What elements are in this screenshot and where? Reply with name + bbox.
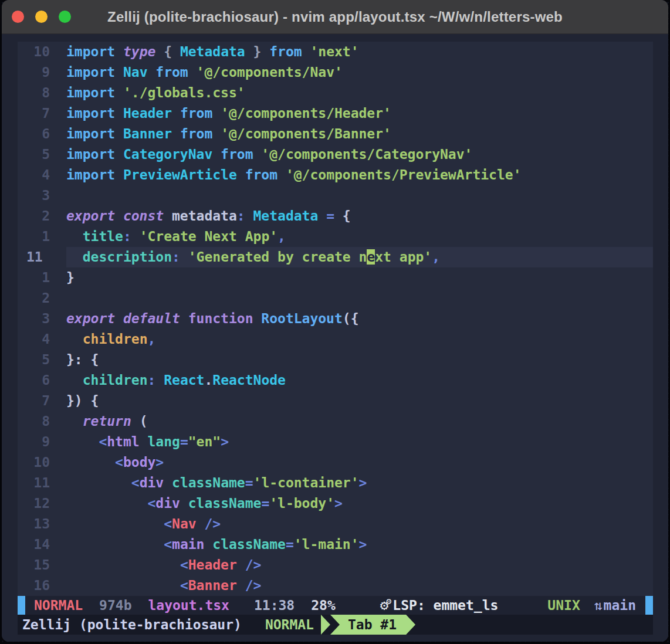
code-line[interactable]: 7import Header from '@/components/Header… xyxy=(18,103,653,124)
code-line[interactable]: 3 xyxy=(18,185,653,206)
code-text: children, xyxy=(66,329,653,350)
gutter-gap xyxy=(50,350,66,370)
zellij-session-name: Zellij (polite-brachiosaur) xyxy=(22,617,242,632)
code-text: <body> xyxy=(66,452,653,473)
code-line[interactable]: 15 <Header /> xyxy=(18,555,653,575)
line-number: 6 xyxy=(18,370,50,391)
code-text: <Header /> xyxy=(66,555,653,575)
file-size: 974b xyxy=(99,598,131,613)
statusline-right-accent-bar xyxy=(645,596,653,615)
terminal-window: Zellij (polite-brachiosaur) - nvim app/l… xyxy=(2,0,668,642)
window-title: Zellij (polite-brachiosaur) - nvim app/l… xyxy=(2,9,668,25)
gutter-gap xyxy=(50,267,66,288)
line-number: 10 xyxy=(18,452,50,473)
code-line[interactable]: 2 xyxy=(18,288,653,309)
line-number: 3 xyxy=(18,185,50,206)
vim-mode-indicator: NORMAL xyxy=(34,598,83,613)
code-line[interactable]: 13 <Nav /> xyxy=(18,514,653,534)
code-text xyxy=(66,288,653,309)
gutter-gap xyxy=(50,452,66,473)
gutter-gap xyxy=(50,555,66,575)
code-text: import Banner from '@/components/Banner' xyxy=(66,124,653,144)
gutter-gap xyxy=(50,329,66,350)
code-line[interactable]: 11 <div className='l-container'> xyxy=(18,473,653,493)
code-text: return ( xyxy=(66,411,653,432)
gutter-gap xyxy=(50,226,66,247)
git-branch-icon: ⇅ xyxy=(594,598,603,613)
code-line[interactable]: 8import './globals.css' xyxy=(18,83,653,103)
code-line[interactable]: 2export const metadata: Metadata = { xyxy=(18,206,653,226)
code-text: import type { Metadata } from 'next' xyxy=(66,42,653,62)
zellij-tab[interactable]: Tab #1 xyxy=(321,615,415,635)
line-number: 13 xyxy=(18,514,50,534)
code-text: <Nav /> xyxy=(66,514,653,534)
gutter-gap xyxy=(50,514,66,534)
code-line[interactable]: 1} xyxy=(18,267,653,288)
zellij-bar: Zellij (polite-brachiosaur) NORMAL Tab #… xyxy=(18,615,653,635)
gutter-gap xyxy=(50,83,66,103)
window-bottom-padding xyxy=(2,635,668,642)
code-line[interactable]: 10import type { Metadata } from 'next' xyxy=(18,42,653,62)
git-branch: ⇅main xyxy=(594,598,636,613)
line-number: 9 xyxy=(18,62,50,83)
terminal-content: 10import type { Metadata } from 'next'9i… xyxy=(2,34,668,635)
gutter-gap xyxy=(50,534,66,555)
gutter-gap xyxy=(50,42,66,62)
code-line[interactable]: 1 title: 'Create Next App', xyxy=(18,226,653,247)
code-line[interactable]: 9 <html lang="en"> xyxy=(18,432,653,452)
gutter-gap xyxy=(50,165,66,185)
code-line[interactable]: 11 description: 'Generated by create nex… xyxy=(18,247,653,267)
line-number: 15 xyxy=(18,555,50,575)
line-number: 3 xyxy=(18,309,50,329)
gutter-gap xyxy=(50,473,66,493)
code-line[interactable]: 16 <Banner /> xyxy=(18,575,653,596)
code-line[interactable]: 5}: { xyxy=(18,350,653,370)
code-line[interactable]: 6import Banner from '@/components/Banner… xyxy=(18,124,653,144)
titlebar[interactable]: Zellij (polite-brachiosaur) - nvim app/l… xyxy=(2,0,668,34)
code-text: import './globals.css' xyxy=(66,83,653,103)
code-line[interactable]: 4import PreviewArticle from '@/component… xyxy=(18,165,653,185)
code-line[interactable]: 5import CategoryNav from '@/components/C… xyxy=(18,144,653,165)
statusline-left-accent-bar xyxy=(18,596,25,615)
code-line[interactable]: 8 return ( xyxy=(18,411,653,432)
zellij-mode-indicator: NORMAL xyxy=(265,617,314,632)
tab-label[interactable]: Tab #1 xyxy=(330,615,415,635)
line-number: 5 xyxy=(18,350,50,370)
gutter-gap xyxy=(50,185,66,206)
gutter-gap xyxy=(50,432,66,452)
gutter-gap xyxy=(50,391,66,411)
code-line[interactable]: 6 children: React.ReactNode xyxy=(18,370,653,391)
line-number: 8 xyxy=(18,411,50,432)
cursor-block: e xyxy=(367,249,375,265)
gutter-gap xyxy=(50,62,66,83)
line-number: 9 xyxy=(18,432,50,452)
gutter-gap xyxy=(50,247,66,267)
code-text: children: React.ReactNode xyxy=(66,370,653,391)
code-text: import Header from '@/components/Header' xyxy=(66,103,653,124)
gutter-gap xyxy=(50,575,66,596)
code-text: <div className='l-body'> xyxy=(66,493,653,514)
line-number: 7 xyxy=(18,391,50,411)
code-text: <main className='l-main'> xyxy=(66,534,653,555)
line-number: 2 xyxy=(18,288,50,309)
code-text: title: 'Create Next App', xyxy=(66,226,653,247)
code-line[interactable]: 9import Nav from '@/components/Nav' xyxy=(18,62,653,83)
statusline-right-group: ⚙⚙ LSP: emmet_ls UNIX ⇅main xyxy=(380,596,653,615)
code-line[interactable]: 10 <body> xyxy=(18,452,653,473)
line-number: 16 xyxy=(18,575,50,596)
line-number: 4 xyxy=(18,329,50,350)
line-number: 2 xyxy=(18,206,50,226)
gutter-gap xyxy=(50,124,66,144)
code-line[interactable]: 4 children, xyxy=(18,329,653,350)
code-line[interactable]: 7}) { xyxy=(18,391,653,411)
code-line[interactable]: 12 <div className='l-body'> xyxy=(18,493,653,514)
code-text xyxy=(66,185,653,206)
code-line[interactable]: 3export default function RootLayout({ xyxy=(18,309,653,329)
code-editor[interactable]: 10import type { Metadata } from 'next'9i… xyxy=(18,42,653,596)
code-text: import Nav from '@/components/Nav' xyxy=(66,62,653,83)
gutter-gap xyxy=(50,288,66,309)
code-text: } xyxy=(66,267,653,288)
gutter-gap xyxy=(50,493,66,514)
code-text: import PreviewArticle from '@/components… xyxy=(66,165,653,185)
code-line[interactable]: 14 <main className='l-main'> xyxy=(18,534,653,555)
